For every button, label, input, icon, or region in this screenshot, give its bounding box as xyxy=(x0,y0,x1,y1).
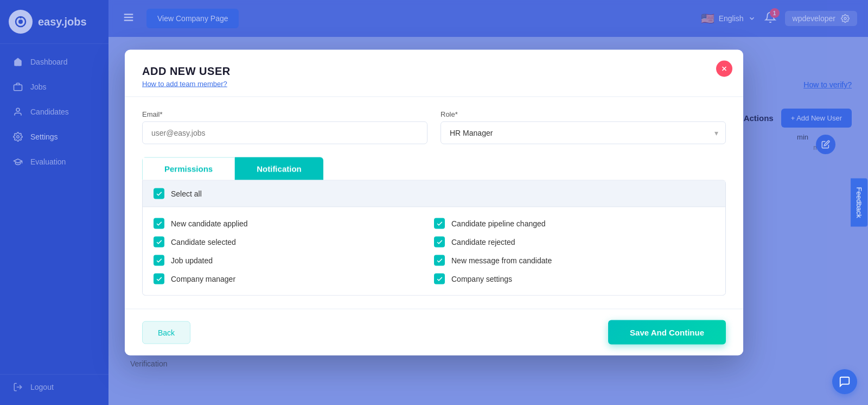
notif-item-7: Company settings xyxy=(434,274,714,284)
tabs: Permissions Notification xyxy=(142,157,323,180)
modal-body: Email* Role* HR Manager ▾ Permissions No… xyxy=(125,97,743,309)
notif-label-4: Job updated xyxy=(171,256,213,265)
role-select-wrapper: HR Manager ▾ xyxy=(441,122,726,144)
save-continue-button[interactable]: Save And Continue xyxy=(608,320,726,345)
notif-label-6: Company manager xyxy=(171,275,235,283)
notif-label-0: New candidate applied xyxy=(171,219,248,228)
chat-button[interactable] xyxy=(832,369,857,394)
notif-checkbox-4[interactable] xyxy=(154,255,164,266)
notif-label-1: Candidate pipeline changed xyxy=(451,219,546,228)
checkmark-icon xyxy=(436,238,443,245)
form-row: Email* Role* HR Manager ▾ xyxy=(142,110,726,144)
checkmark-icon xyxy=(156,190,163,197)
notifications-grid: New candidate applied Candidate pipeline… xyxy=(143,207,725,295)
notif-checkbox-2[interactable] xyxy=(154,237,164,248)
notif-item-2: Candidate selected xyxy=(154,237,434,248)
checkmark-icon xyxy=(436,257,443,264)
back-button[interactable]: Back xyxy=(142,321,190,344)
select-all-row: Select all xyxy=(143,181,725,207)
notif-checkbox-6[interactable] xyxy=(154,274,164,284)
checkmark-icon xyxy=(156,275,163,282)
notif-item-4: Job updated xyxy=(154,255,434,266)
role-label: Role* xyxy=(441,110,726,118)
notif-checkbox-7[interactable] xyxy=(434,274,445,284)
chat-icon xyxy=(839,376,851,388)
modal-header: ADD NEW USER How to add team member? xyxy=(125,50,743,97)
notif-item-6: Company manager xyxy=(154,274,434,284)
feedback-tab[interactable]: Feedback xyxy=(851,178,867,226)
add-user-modal: ADD NEW USER How to add team member? Ema… xyxy=(125,50,743,356)
checkmark-icon xyxy=(156,238,163,245)
notif-item-3: Candidate rejected xyxy=(434,237,714,248)
checkmark-icon xyxy=(156,257,163,264)
notif-checkbox-1[interactable] xyxy=(434,218,445,229)
modal-footer: Back Save And Continue xyxy=(125,309,743,356)
notif-item-5: New message from candidate xyxy=(434,255,714,266)
modal-title: ADD NEW USER xyxy=(142,65,726,78)
modal-close-button[interactable] xyxy=(716,61,732,77)
notif-label-3: Candidate rejected xyxy=(451,238,515,246)
notif-label-7: Company settings xyxy=(451,275,512,283)
notification-panel: Select all New candidate applied Candida… xyxy=(142,180,726,296)
notif-item-1: Candidate pipeline changed xyxy=(434,218,714,229)
select-all-checkbox[interactable] xyxy=(154,188,164,199)
email-field[interactable] xyxy=(142,122,427,144)
notif-checkbox-3[interactable] xyxy=(434,237,445,248)
role-group: Role* HR Manager ▾ xyxy=(441,110,726,144)
checkmark-icon xyxy=(436,220,443,227)
email-group: Email* xyxy=(142,110,427,144)
tab-notification[interactable]: Notification xyxy=(235,157,323,180)
notif-checkbox-5[interactable] xyxy=(434,255,445,266)
modal-subtitle-link[interactable]: How to add team member? xyxy=(142,80,726,88)
notif-label-5: New message from candidate xyxy=(451,256,552,265)
email-label: Email* xyxy=(142,110,427,118)
checkmark-icon xyxy=(156,220,163,227)
tab-permissions[interactable]: Permissions xyxy=(142,157,235,180)
close-icon xyxy=(720,65,728,73)
select-all-label: Select all xyxy=(171,189,202,198)
role-select[interactable]: HR Manager xyxy=(441,122,726,144)
notif-label-2: Candidate selected xyxy=(171,238,236,246)
checkmark-icon xyxy=(436,275,443,282)
notif-checkbox-0[interactable] xyxy=(154,218,164,229)
notif-item-0: New candidate applied xyxy=(154,218,434,229)
